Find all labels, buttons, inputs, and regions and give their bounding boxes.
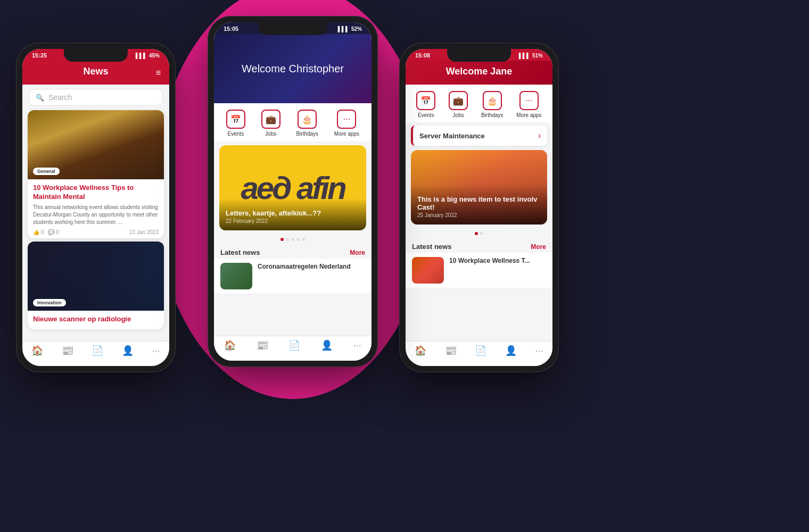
nav-more-left[interactable]: ··· (152, 346, 160, 355)
featured-card-center[interactable]: aeд afin Letters, kaartje, aftelklok...?… (219, 145, 366, 230)
dot-4 (296, 238, 300, 241)
profile-icon-right: 👤 (505, 346, 517, 355)
thumb-image-right (412, 257, 444, 284)
action-more-right[interactable]: ··· More apps (516, 91, 541, 118)
news-icon-right: 📰 (445, 346, 457, 355)
events-icon-right: 📅 (416, 91, 435, 110)
card-body-1: 10 Workplace Wellness Tips to Maintain M… (28, 179, 164, 238)
home-icon-right: 🏠 (415, 346, 426, 355)
nav-news-center[interactable]: 📰 (257, 340, 268, 350)
phone-left-shell: 15:25 ▌▌▌ 45% News ≡ 🔍 Search Genera (16, 43, 176, 372)
dot-1 (280, 238, 284, 241)
events-label-right: Events (418, 112, 434, 118)
jobs-label-right: Jobs (453, 112, 464, 118)
events-icon-center: 📅 (226, 110, 245, 129)
doc-icon-left: 📄 (92, 346, 103, 355)
search-bar-left[interactable]: 🔍 Search (29, 89, 163, 106)
nav-doc-left[interactable]: 📄 (92, 346, 103, 355)
action-birthdays-center[interactable]: 🎂 Birthdays (296, 110, 318, 137)
action-jobs-center[interactable]: 💼 Jobs (261, 110, 280, 137)
section-more-right[interactable]: More (531, 243, 546, 251)
badge-general: General (33, 168, 60, 175)
thumb-image-center (220, 263, 252, 289)
welcome-text-center: Welcome Christopher (242, 63, 344, 75)
news-card-1[interactable]: General 10 Workplace Wellness Tips to Ma… (28, 110, 164, 238)
featured-card-right[interactable]: This is a big news item to test involv C… (411, 150, 547, 225)
dot-r-2 (480, 232, 483, 235)
section-more-center[interactable]: More (350, 249, 365, 256)
section-header-center: Latest news More (214, 244, 372, 259)
featured-date-center: 22 February 2022 (226, 218, 360, 224)
phone-center: 15:05 ▌▌▌ 52% Welcome Christopher 📅 Even… (208, 16, 378, 367)
nav-profile-center[interactable]: 👤 (321, 340, 333, 350)
dot-2 (286, 238, 289, 241)
battery-center: 52% (351, 26, 362, 32)
action-events-right[interactable]: 📅 Events (416, 91, 435, 118)
screen-left: 15:25 ▌▌▌ 45% News ≡ 🔍 Search Genera (22, 49, 169, 366)
news-list-item-right[interactable]: 10 Workplace Wellness T... (406, 253, 552, 288)
action-events-center[interactable]: 📅 Events (226, 110, 245, 137)
nav-home-right[interactable]: 🏠 (415, 346, 426, 355)
more-icon-left: ··· (152, 346, 160, 355)
profile-icon-left: 👤 (122, 346, 134, 355)
profile-icon-center: 👤 (321, 340, 333, 350)
quick-actions-right: 📅 Events 💼 Jobs 🎂 Birthdays ··· More app… (406, 85, 552, 122)
featured-title-center: Letters, kaartje, aftelklok...?? (226, 209, 360, 217)
news-thumb-center (220, 263, 252, 289)
news-icon-center: 📰 (257, 340, 268, 350)
time-center: 15:05 (224, 26, 238, 32)
news-list-title-center: Coronamaatregelen Nederland (258, 263, 351, 289)
welcome-banner-center: Welcome Christopher (214, 34, 372, 103)
screen-center: 15:05 ▌▌▌ 52% Welcome Christopher 📅 Even… (214, 22, 372, 361)
action-more-center[interactable]: ··· More apps (334, 110, 359, 137)
card-meta-1: 👍 0 💬 0 13 Jan 2022 (33, 229, 159, 235)
featured-overlay-right: This is a big news item to test involv C… (411, 185, 547, 225)
alert-banner-right[interactable]: Server Maintenance › (411, 126, 547, 146)
alert-arrow-icon: › (538, 131, 541, 140)
news-icon-left: 📰 (62, 346, 73, 355)
action-birthdays-right[interactable]: 🎂 Birthdays (481, 91, 503, 118)
card-actions-1: 👍 0 💬 0 (33, 229, 59, 235)
section-header-right: Latest news More (406, 238, 552, 253)
nav-doc-center[interactable]: 📄 (288, 340, 300, 350)
dot-3 (291, 238, 294, 241)
search-placeholder-left: Search (48, 93, 72, 102)
home-icon-left: 🏠 (31, 346, 43, 355)
featured-overlay-center: Letters, kaartje, aftelklok...?? 22 Febr… (219, 198, 366, 230)
featured-title-right: This is a big news item to test involv C… (417, 195, 541, 211)
quick-actions-center: 📅 Events 💼 Jobs 🎂 Birthdays ··· More app… (214, 103, 372, 141)
battery-right: 51% (532, 53, 543, 59)
nav-doc-right[interactable]: 📄 (475, 346, 486, 355)
bottom-nav-center: 🏠 📰 📄 👤 ··· (214, 336, 372, 361)
birthdays-icon-right: 🎂 (483, 91, 502, 110)
app-header-right: Welcome Jane (406, 61, 552, 85)
action-jobs-right[interactable]: 💼 Jobs (449, 91, 468, 118)
nav-home-left[interactable]: 🏠 (31, 346, 43, 355)
filter-icon-left[interactable]: ≡ (156, 68, 161, 78)
status-icons-right: ▌▌▌ 51% (519, 53, 543, 59)
jobs-icon-right: 💼 (449, 91, 468, 110)
card-desc-1: This annual networking event allows stud… (33, 204, 159, 226)
news-card-2[interactable]: Innovation Nieuwe scanner op radiologie (28, 242, 164, 329)
nav-more-center-item[interactable]: ··· (353, 340, 361, 350)
news-list-item-center[interactable]: Coronamaatregelen Nederland (214, 259, 372, 294)
screen-right: 15:08 ▌▌▌ 51% Welcome Jane 📅 Events 💼 Jo… (406, 49, 552, 366)
card-title-1: 10 Workplace Wellness Tips to Maintain M… (33, 184, 159, 202)
section-title-center: Latest news (220, 248, 260, 256)
card-body-2: Nieuwe scanner op radiologie (28, 311, 164, 329)
nav-news-right[interactable]: 📰 (445, 346, 457, 355)
more-icon-right: ··· (519, 91, 539, 110)
dot-r-1 (475, 232, 478, 235)
status-icons-left: ▌▌▌ 45% (136, 53, 160, 59)
nav-home-center[interactable]: 🏠 (224, 340, 236, 350)
birthdays-label-right: Birthdays (481, 112, 503, 118)
jobs-icon-center: 💼 (261, 110, 280, 129)
signal-icon-right: ▌▌▌ (519, 53, 530, 59)
notch-left (64, 49, 128, 62)
nav-profile-left[interactable]: 👤 (122, 346, 134, 355)
bottom-nav-left: 🏠 📰 📄 👤 ··· (22, 341, 169, 366)
nav-more-right-item[interactable]: ··· (535, 346, 543, 355)
nav-news-left[interactable]: 📰 (62, 346, 73, 355)
nav-profile-right[interactable]: 👤 (505, 346, 517, 355)
news-list-title-right: 10 Workplace Wellness T... (449, 257, 530, 284)
